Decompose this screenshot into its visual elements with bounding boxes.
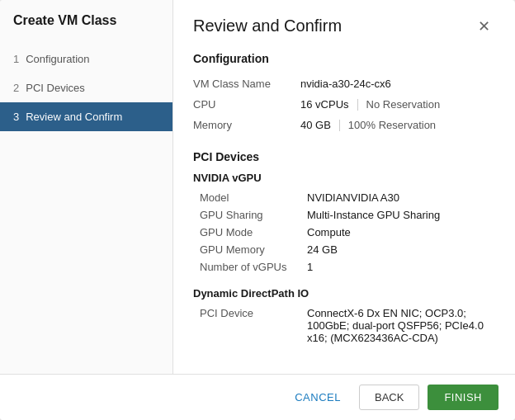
configuration-table: VM Class Name nvidia-a30-24c-cx6 CPU 16 … (193, 73, 495, 135)
finish-button[interactable]: FINISH (428, 385, 498, 410)
directpath-io-group: Dynamic DirectPath IO PCI Device Connect… (193, 287, 495, 347)
configuration-section: Configuration VM Class Name nvidia-a30-2… (193, 52, 495, 135)
cpu-reservation: No Reservation (366, 98, 441, 111)
sidebar-item-configuration[interactable]: 1 Configuration (0, 45, 172, 73)
create-vm-class-modal: Create VM Class 1 Configuration 2 PCI De… (0, 0, 515, 420)
directpath-io-details: PCI Device ConnectX-6 Dx EN NIC; OCP3.0;… (200, 304, 502, 347)
sidebar: Create VM Class 1 Configuration 2 PCI De… (0, 0, 173, 374)
gpu-memory-value: 24 GB (307, 241, 502, 258)
memory-label: Memory (193, 115, 300, 135)
memory-row: Memory 40 GB 100% Reservation (193, 115, 495, 135)
nvidia-vgpu-name: NVIDIA vGPU (193, 172, 495, 184)
sidebar-item-label-configuration: Configuration (26, 53, 89, 65)
back-button[interactable]: BACK (359, 385, 419, 410)
memory-value: 40 GB 100% Reservation (300, 115, 495, 135)
model-row: Model NVIDIANVIDIA A30 (200, 189, 502, 206)
memory-size: 40 GB (300, 119, 331, 131)
num-vgpus-value: 1 (307, 258, 502, 276)
gpu-memory-label: GPU Memory (200, 241, 307, 258)
vm-class-name-value: nvidia-a30-24c-cx6 (300, 73, 495, 94)
gpu-mode-value: Compute (307, 224, 502, 241)
step-3-number: 3 (13, 111, 19, 123)
sidebar-item-review-confirm[interactable]: 3 Review and Confirm (0, 102, 172, 131)
cpu-value: 16 vCPUs No Reservation (300, 94, 495, 115)
sidebar-item-label-review: Review and Confirm (26, 111, 122, 123)
memory-divider (339, 120, 340, 131)
pci-devices-heading: PCI Devices (193, 150, 495, 163)
footer: CANCEL BACK FINISH (0, 374, 515, 420)
pci-device-label: PCI Device (200, 304, 307, 347)
pci-device-value: ConnectX-6 Dx EN NIC; OCP3.0; 100GbE; du… (307, 304, 502, 347)
pci-devices-section: PCI Devices NVIDIA vGPU Model NVIDIANVID… (193, 150, 495, 358)
gpu-mode-label: GPU Mode (200, 224, 307, 241)
model-label: Model (200, 189, 307, 206)
modal-body: Create VM Class 1 Configuration 2 PCI De… (0, 0, 515, 374)
content-header: Review and Confirm ✕ (193, 17, 495, 35)
num-vgpus-label: Number of vGPUs (200, 258, 307, 276)
step-2-number: 2 (13, 82, 19, 94)
gpu-memory-row: GPU Memory 24 GB (200, 241, 502, 258)
cpu-cores: 16 vCPUs (300, 98, 349, 111)
model-value: NVIDIANVIDIA A30 (307, 189, 502, 206)
sidebar-item-pci-devices[interactable]: 2 PCI Devices (0, 73, 172, 102)
vm-class-name-row: VM Class Name nvidia-a30-24c-cx6 (193, 73, 495, 94)
page-title: Review and Confirm (193, 17, 342, 35)
gpu-sharing-row: GPU Sharing Multi-Instance GPU Sharing (200, 206, 502, 224)
cpu-row: CPU 16 vCPUs No Reservation (193, 94, 495, 115)
cancel-button[interactable]: CANCEL (285, 385, 351, 410)
close-button[interactable]: ✕ (473, 17, 495, 35)
nvidia-vgpu-group: NVIDIA vGPU Model NVIDIANVIDIA A30 GPU S… (193, 172, 495, 276)
gpu-sharing-value: Multi-Instance GPU Sharing (307, 206, 502, 224)
directpath-io-name: Dynamic DirectPath IO (193, 287, 495, 300)
num-vgpus-row: Number of vGPUs 1 (200, 258, 502, 276)
memory-value-group: 40 GB 100% Reservation (300, 119, 495, 131)
sidebar-item-label-pci-devices: PCI Devices (26, 82, 85, 94)
memory-reservation: 100% Reservation (348, 119, 436, 131)
configuration-heading: Configuration (193, 52, 495, 65)
cpu-label: CPU (193, 94, 300, 115)
gpu-mode-row: GPU Mode Compute (200, 224, 502, 241)
step-1-number: 1 (13, 53, 19, 65)
nvidia-vgpu-details: Model NVIDIANVIDIA A30 GPU Sharing Multi… (200, 189, 502, 276)
sidebar-title: Create VM Class (0, 13, 172, 45)
pci-device-row: PCI Device ConnectX-6 Dx EN NIC; OCP3.0;… (200, 304, 502, 347)
vm-class-name-label: VM Class Name (193, 73, 300, 94)
main-content: Review and Confirm ✕ Configuration VM Cl… (173, 0, 515, 374)
gpu-sharing-label: GPU Sharing (200, 206, 307, 224)
cpu-value-group: 16 vCPUs No Reservation (300, 98, 495, 111)
cpu-divider (357, 99, 358, 111)
